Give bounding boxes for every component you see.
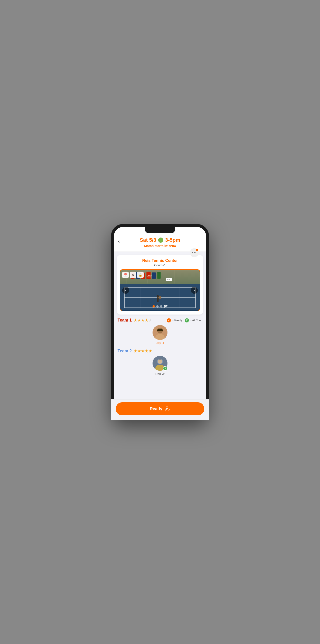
ready-legend: ✓ = Ready [167,318,182,322]
team2-star-2: ★ [137,349,141,353]
at-court-legend: ⚲ = At Court [185,318,202,322]
jay-avatar [153,325,167,340]
lock-icon-badge: 🔒 [137,272,144,278]
tennis-ball-icon [158,238,163,243]
map-icon[interactable]: 🗺 [164,304,167,308]
team1-star-1: ★ [134,318,137,322]
dot-2 [156,305,159,308]
svg-point-34 [166,407,168,408]
team1-star-4: ★ [145,318,148,322]
match-countdown: Match starts in: 9:04 [118,244,202,248]
at-court-legend-icon: ⚲ [185,318,189,322]
svg-rect-14 [157,272,160,279]
team1-player-row: Jay H [118,325,202,345]
team2-star-3: ★ [141,349,144,353]
court-image: CORNELL TENNIS JVY [120,269,200,311]
person-check-icon [165,406,170,412]
ready-button-label: Ready [150,406,162,411]
venue-name: Reis Tennis Center [120,258,200,263]
team2-star-4: ★ [145,349,148,353]
lock-icon: 🔒 [139,273,142,277]
svg-text:TENNIS: TENNIS [147,276,151,278]
team2-star-1: ★ [134,349,137,353]
svg-point-26 [157,295,159,297]
jay-avatar-wrapper [153,325,167,340]
notification-dot [196,249,198,251]
dan-name: Dan W [155,372,165,376]
image-dots: 🗺 [153,304,167,308]
team2-header: Team 2 ★ ★ ★ ★ ★ [118,348,202,354]
calendar-icon-badge: 📅 [122,272,129,278]
team1-stars: ★ ★ ★ ★ ★ [134,318,152,322]
jay-name: Jay H [156,341,164,345]
more-dots-icon [192,252,196,253]
more-button[interactable] [190,248,199,257]
ready-legend-label: = Ready [172,319,182,322]
notch [145,227,175,233]
svg-rect-13 [152,272,156,279]
svg-rect-25 [157,297,159,302]
team1-label: Team 1 [118,318,132,323]
svg-text:CORNELL: CORNELL [147,275,152,276]
ready-legend-icon: ✓ [167,318,171,322]
bottom-bar: Ready [114,399,206,417]
teams-section: Team 1 ★ ★ ★ ★ ★ ✓ = Ready [114,318,206,376]
header-title: Sat 5/3 3-5pm [118,237,202,243]
team1-star-2: ★ [137,318,141,322]
scroll-content: Reis Tennis Center Court #1 [114,252,206,417]
dan-at-court-badge: ⚲ [163,366,167,371]
dot-3 [160,305,162,308]
phone-screen: ‹ Sat 5/3 3-5pm Match starts in: 9:04 [114,227,206,417]
team1-star-3: ★ [141,318,144,322]
team1-header: Team 1 ★ ★ ★ ★ ★ ✓ = Ready [118,318,202,323]
dan-avatar-wrapper: ⚲ [153,356,167,371]
countdown-value: 9:04 [169,244,176,248]
dollar-cross-icon: $ [132,273,134,277]
team2-label: Team 2 [118,348,132,354]
ready-button[interactable]: Ready [116,402,204,415]
back-button[interactable]: ‹ [118,238,120,244]
court-icons-overlay: 📅 $ 🔒 [122,272,144,278]
more-button-wrapper [194,238,202,246]
venue-court: Court #1 [120,264,200,267]
team2-player-row: ⚲ Dan W [118,356,202,376]
dot-1 [153,305,155,308]
status-legend: ✓ = Ready ⚲ = At Court [167,318,202,322]
calendar-cross-icon: 📅 [124,273,127,277]
title-date: Sat 5/3 [140,237,156,243]
team2-stars: ★ ★ ★ ★ ★ [134,349,152,353]
title-time: 3-5pm [165,237,180,243]
venue-card: Reis Tennis Center Court #1 [117,255,203,314]
team1-star-5: ★ [149,318,152,322]
team1-title: Team 1 ★ ★ ★ ★ ★ [118,318,152,323]
team2-star-5: ★ [149,349,152,353]
svg-text:JVY: JVY [167,279,170,280]
team2-title: Team 2 ★ ★ ★ ★ ★ [118,348,152,354]
countdown-label: Match starts in: [144,244,168,248]
prev-image-button[interactable]: ‹ [122,287,129,294]
at-court-legend-label: = At Court [190,319,202,322]
next-image-button[interactable]: › [191,287,198,294]
dollar-icon-badge: $ [130,272,136,278]
phone-frame: ‹ Sat 5/3 3-5pm Match starts in: 9:04 [111,224,209,420]
